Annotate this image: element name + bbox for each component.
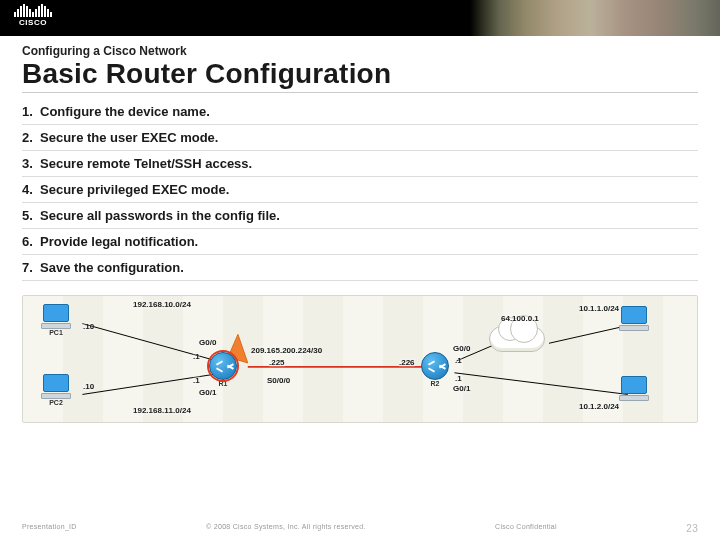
cisco-logo: CISCO [14, 3, 52, 27]
step-item: 2.Secure the user EXEC mode. [22, 125, 698, 151]
monitor-icon [43, 304, 69, 322]
section-kicker: Configuring a Cisco Network [22, 44, 698, 58]
step-text: Secure remote Telnet/SSH access. [40, 156, 252, 171]
slide-title: Basic Router Configuration [22, 58, 698, 93]
net-right1: 10.1.1.0/24 [579, 304, 619, 313]
step-item: 7.Save the configuration. [22, 255, 698, 281]
monitor-icon [621, 376, 647, 394]
steps-list: 1.Configure the device name. 2.Secure th… [22, 99, 698, 281]
pc2-label: PC2 [41, 399, 71, 406]
svg-line-4 [549, 326, 628, 344]
logo-text: CISCO [19, 18, 47, 27]
cloud-icon [489, 326, 545, 352]
pc1-addr: .10 [83, 322, 94, 331]
top-bar: CISCO [0, 0, 720, 36]
r2-g01-ip: .1 [455, 374, 462, 383]
r2-g00-ip: .1 [455, 356, 462, 365]
pc-base-icon [619, 325, 649, 331]
step-text: Save the configuration. [40, 260, 184, 275]
pc-base-icon [619, 395, 649, 401]
pc1: PC1 [41, 304, 71, 336]
pc2-addr: .10 [83, 382, 94, 391]
step-text: Secure all passwords in the config file. [40, 208, 280, 223]
header-people-strip [470, 0, 720, 36]
net-wan: 209.165.200.224/30 [251, 346, 322, 355]
cloud-addr: 64.100.0.1 [501, 314, 539, 323]
r2-s-ip: .226 [399, 358, 415, 367]
content-area: Configuring a Cisco Network Basic Router… [0, 36, 720, 281]
step-item: 1.Configure the device name. [22, 99, 698, 125]
cisco-bridge-icon [14, 3, 52, 17]
r1-g01-ip: .1 [193, 376, 200, 385]
step-text: Configure the device name. [40, 104, 210, 119]
net-top-left: 192.168.10.0/24 [133, 300, 191, 309]
router-r2: R2 [421, 352, 449, 387]
r1-s000: S0/0/0 [267, 376, 290, 385]
r1-g01: G0/1 [199, 388, 216, 397]
monitor-icon [43, 374, 69, 392]
r1-label: R1 [209, 380, 237, 387]
monitor-icon [621, 306, 647, 324]
router-icon [421, 352, 449, 380]
pc-right-bottom [619, 376, 649, 401]
step-item: 3.Secure remote Telnet/SSH access. [22, 151, 698, 177]
step-text: Secure privileged EXEC mode. [40, 182, 229, 197]
r2-label: R2 [421, 380, 449, 387]
net-right2: 10.1.2.0/24 [579, 402, 619, 411]
r2-g01: G0/1 [453, 384, 470, 393]
footer-center: © 2008 Cisco Systems, Inc. All rights re… [206, 523, 366, 534]
r1-g00: G0/0 [199, 338, 216, 347]
internet-cloud [489, 326, 545, 352]
slide: CISCO Configuring a Cisco Network Basic … [0, 0, 720, 540]
net-bottom-left: 192.168.11.0/24 [133, 406, 191, 415]
pc1-label: PC1 [41, 329, 71, 336]
network-diagram: PC1 .10 PC2 .10 192.168.10.0/24 192.168.… [22, 295, 698, 423]
step-item: 6.Provide legal notification. [22, 229, 698, 255]
step-item: 5.Secure all passwords in the config fil… [22, 203, 698, 229]
router-icon [209, 352, 237, 380]
page-number: 23 [686, 523, 698, 534]
step-item: 4.Secure privileged EXEC mode. [22, 177, 698, 203]
pc-right-top [619, 306, 649, 331]
step-text: Provide legal notification. [40, 234, 198, 249]
svg-line-5 [455, 373, 628, 395]
router-r1: R1 [209, 352, 237, 387]
footer-right: Cisco Confidential [495, 523, 557, 534]
r1-g00-ip: .1 [193, 352, 200, 361]
footer-left: Presentation_ID [22, 523, 77, 534]
r2-g00: G0/0 [453, 344, 470, 353]
pc2: PC2 [41, 374, 71, 406]
r1-s000-ip: .225 [269, 358, 285, 367]
step-text: Secure the user EXEC mode. [40, 130, 218, 145]
footer: Presentation_ID © 2008 Cisco Systems, In… [0, 523, 720, 534]
